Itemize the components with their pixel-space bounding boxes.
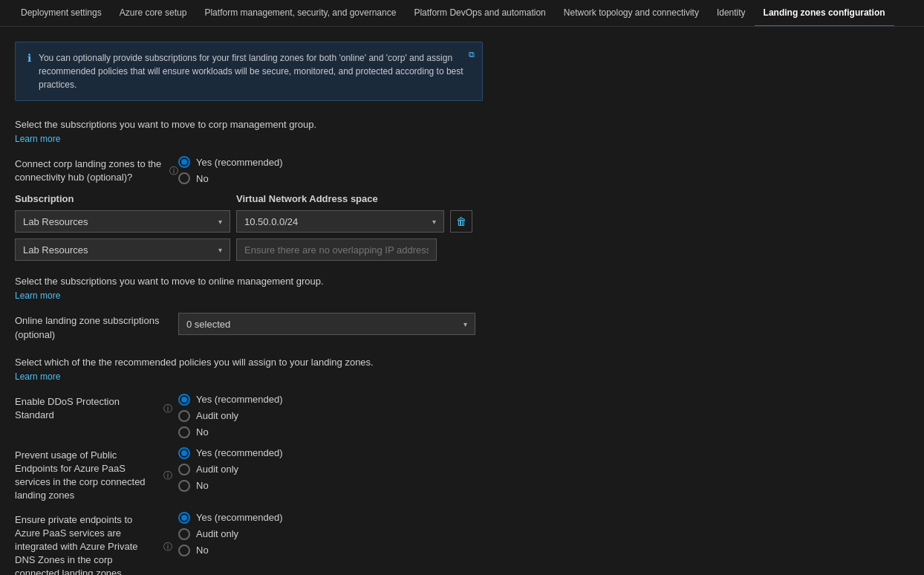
public-endpoints-no-radio[interactable]: [178, 480, 190, 492]
dropdown-chevron-icon-2: ▾: [218, 246, 222, 254]
private-endpoints-audit-label: Audit only: [196, 528, 238, 539]
nav-item-identity[interactable]: Identity: [708, 0, 755, 27]
dropdown-chevron-icon-1: ▾: [218, 218, 222, 226]
public-endpoints-radio-group: Yes (recommended) Audit only No: [178, 447, 283, 492]
col-header-subscription: Subscription: [15, 193, 230, 204]
ddos-audit-radio[interactable]: [178, 410, 190, 422]
ddos-tooltip-icon: ⓘ: [163, 403, 172, 415]
online-learn-more-link[interactable]: Learn more: [15, 290, 60, 301]
corp-section: Select the subscriptions you want to mov…: [15, 119, 909, 261]
connect-corp-no-radio[interactable]: [178, 172, 190, 184]
online-subscription-value: 0 selected: [186, 319, 230, 330]
online-dropdown-chevron-icon: ▾: [463, 320, 467, 328]
connect-corp-row: Connect corp landing zones to the connec…: [15, 156, 909, 184]
policies-section-title: Select which of the the recommended poli…: [15, 357, 909, 368]
private-endpoints-tooltip-icon: ⓘ: [163, 541, 172, 553]
corp-section-title: Select the subscriptions you want to mov…: [15, 119, 909, 130]
private-endpoints-yes-option[interactable]: Yes (recommended): [178, 512, 283, 524]
corp-subscription-table: Subscription Virtual Network Address spa…: [15, 193, 909, 261]
online-subscriptions-label: Online landing zone subscriptions (optio…: [15, 313, 178, 341]
private-endpoints-radio-group: Yes (recommended) Audit only No: [178, 512, 283, 556]
online-subscription-dropdown[interactable]: 0 selected ▾: [178, 313, 475, 335]
ddos-no-radio[interactable]: [178, 426, 190, 438]
public-endpoints-yes-option[interactable]: Yes (recommended): [178, 447, 283, 459]
top-nav: Deployment settings Azure core setup Pla…: [0, 0, 924, 27]
dropdown-chevron-vnet-icon-1: ▾: [432, 218, 436, 226]
info-filled-icon: ℹ: [27, 52, 31, 64]
public-endpoints-audit-radio[interactable]: [178, 464, 190, 475]
corp-vnet-dropdown-1[interactable]: 10.50.0.0/24 ▾: [236, 210, 444, 233]
private-endpoints-yes-label: Yes (recommended): [196, 512, 283, 523]
public-endpoints-label: Prevent usage of Public Endpoints for Az…: [15, 447, 178, 503]
public-endpoints-row: Prevent usage of Public Endpoints for Az…: [15, 447, 909, 503]
ddos-audit-label: Audit only: [196, 410, 238, 421]
corp-vnet-input-2[interactable]: [236, 238, 437, 261]
online-section: Select the subscriptions you want to mov…: [15, 276, 909, 341]
ddos-row: Enable DDoS Protection Standard ⓘ Yes (r…: [15, 394, 909, 438]
private-endpoints-audit-option[interactable]: Audit only: [178, 528, 283, 540]
nav-item-azure-core-setup[interactable]: Azure core setup: [111, 0, 196, 27]
public-endpoints-audit-label: Audit only: [196, 464, 238, 475]
ddos-no-label: No: [196, 426, 209, 438]
private-endpoints-label: Ensure private endpoints to Azure PaaS s…: [15, 512, 178, 576]
col-header-vnet: Virtual Network Address space: [236, 193, 452, 204]
private-endpoints-yes-radio[interactable]: [178, 512, 190, 524]
corp-subscription-value-2: Lab Resources: [23, 244, 88, 256]
private-endpoints-no-radio[interactable]: [178, 545, 190, 556]
connect-corp-tooltip-icon: ⓘ: [169, 165, 178, 178]
connect-corp-yes-label: Yes (recommended): [196, 157, 283, 168]
ddos-yes-label: Yes (recommended): [196, 394, 283, 405]
connect-corp-no-label: No: [196, 173, 209, 184]
nav-item-deployment-settings[interactable]: Deployment settings: [12, 0, 111, 27]
private-endpoints-row: Ensure private endpoints to Azure PaaS s…: [15, 512, 909, 576]
connect-corp-label: Connect corp landing zones to the connec…: [15, 156, 178, 184]
policies-section: Select which of the the recommended poli…: [15, 357, 909, 575]
info-banner-text: You can optionally provide subscriptions…: [39, 51, 470, 91]
ddos-yes-radio[interactable]: [178, 394, 190, 406]
nav-item-landing-zones-config[interactable]: Landing zones configuration: [755, 0, 894, 27]
connect-corp-yes-option[interactable]: Yes (recommended): [178, 156, 283, 168]
corp-subscription-value-1: Lab Resources: [23, 216, 88, 227]
private-endpoints-no-label: No: [196, 545, 209, 556]
ddos-radio-group: Yes (recommended) Audit only No: [178, 394, 283, 438]
table-row: Lab Resources ▾ 10.50.0.0/24 ▾ 🗑: [15, 210, 909, 233]
corp-vnet-value-1: 10.50.0.0/24: [244, 216, 298, 227]
connect-corp-yes-radio[interactable]: [178, 156, 190, 168]
nav-item-platform-management[interactable]: Platform management, security, and gover…: [195, 0, 405, 27]
public-endpoints-yes-radio[interactable]: [178, 447, 190, 459]
delete-icon-1: 🗑: [456, 215, 466, 227]
ddos-audit-option[interactable]: Audit only: [178, 410, 283, 422]
corp-learn-more-link[interactable]: Learn more: [15, 134, 60, 144]
public-endpoints-audit-option[interactable]: Audit only: [178, 464, 283, 475]
ddos-label: Enable DDoS Protection Standard ⓘ: [15, 394, 178, 422]
public-endpoints-yes-label: Yes (recommended): [196, 447, 283, 458]
corp-subscription-dropdown-2[interactable]: Lab Resources ▾: [15, 238, 230, 261]
nav-item-platform-devops[interactable]: Platform DevOps and automation: [405, 0, 554, 27]
online-section-title: Select the subscriptions you want to mov…: [15, 276, 909, 287]
public-endpoints-no-label: No: [196, 480, 209, 491]
main-content: ℹ You can optionally provide subscriptio…: [0, 27, 924, 575]
table-headers: Subscription Virtual Network Address spa…: [15, 193, 909, 204]
connect-corp-radio-group: Yes (recommended) No: [178, 156, 283, 184]
connect-corp-no-option[interactable]: No: [178, 172, 283, 184]
table-row: Lab Resources ▾: [15, 238, 909, 261]
external-link-icon[interactable]: ⧉: [469, 50, 475, 59]
online-subscriptions-row: Online landing zone subscriptions (optio…: [15, 313, 909, 341]
delete-row-1-button[interactable]: 🗑: [450, 210, 472, 233]
public-endpoints-no-option[interactable]: No: [178, 480, 283, 492]
ddos-no-option[interactable]: No: [178, 426, 283, 438]
public-endpoints-tooltip-icon: ⓘ: [163, 470, 172, 482]
corp-subscription-dropdown-1[interactable]: Lab Resources ▾: [15, 210, 230, 233]
private-endpoints-no-option[interactable]: No: [178, 545, 283, 556]
ddos-yes-option[interactable]: Yes (recommended): [178, 394, 283, 406]
policies-learn-more-link[interactable]: Learn more: [15, 371, 60, 382]
info-banner: ℹ You can optionally provide subscriptio…: [15, 42, 483, 101]
nav-item-network-topology[interactable]: Network topology and connectivity: [555, 0, 708, 27]
private-endpoints-audit-radio[interactable]: [178, 528, 190, 540]
